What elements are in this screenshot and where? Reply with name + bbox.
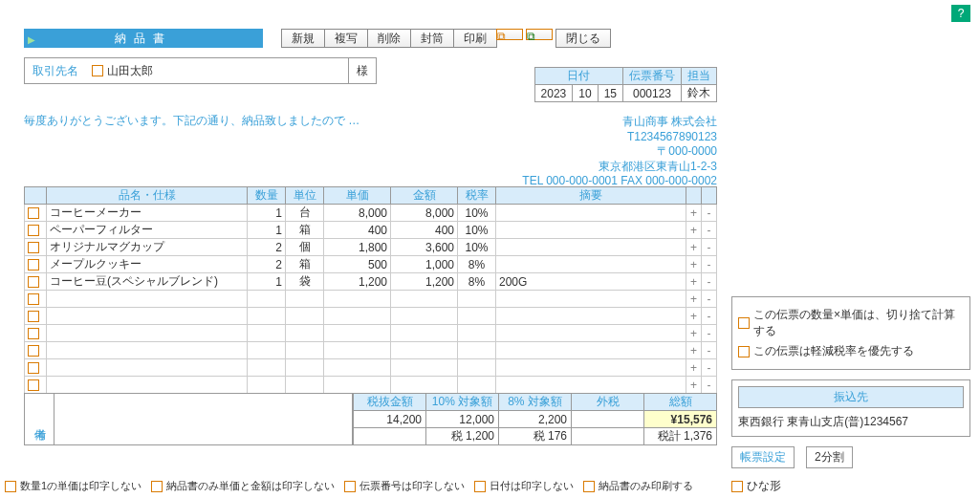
cell-name[interactable]: コーヒー豆(スペシャルブレンド) xyxy=(47,273,248,291)
row-add-button[interactable]: + xyxy=(686,291,702,308)
row-add-button[interactable]: + xyxy=(686,273,702,291)
table-row-empty[interactable]: +- xyxy=(25,359,717,377)
cell-name[interactable]: コーヒーメーカー xyxy=(47,205,248,222)
row-remove-button[interactable]: - xyxy=(702,239,717,256)
date-day[interactable]: 15 xyxy=(598,85,622,102)
cell-note[interactable] xyxy=(496,222,686,239)
form-settings-button[interactable]: 帳票設定 xyxy=(731,446,795,468)
print-button[interactable]: 印刷 xyxy=(453,29,497,48)
cell-note[interactable] xyxy=(496,239,686,256)
row-remove-button[interactable]: - xyxy=(702,291,717,308)
row-picker-icon[interactable] xyxy=(28,379,39,391)
slip-no[interactable]: 000123 xyxy=(623,85,682,102)
row-picker-icon[interactable] xyxy=(28,225,39,236)
row-add-button[interactable]: + xyxy=(686,222,702,239)
row-add-button[interactable]: + xyxy=(686,239,702,256)
row-picker-icon[interactable] xyxy=(28,207,39,219)
f2-check[interactable] xyxy=(151,481,163,492)
client-box[interactable]: 取引先名 山田太郎 xyxy=(24,57,349,84)
client-picker-icon[interactable] xyxy=(92,65,103,76)
row-picker-icon[interactable] xyxy=(28,276,39,288)
cell-price[interactable]: 8,000 xyxy=(324,205,391,222)
table-row-empty[interactable]: +- xyxy=(25,377,717,394)
row-add-button[interactable]: + xyxy=(686,342,702,359)
table-row[interactable]: コーヒー豆(スペシャルブレンド)1袋1,2001,2008%200G+- xyxy=(25,273,717,291)
table-row-empty[interactable]: +- xyxy=(25,325,717,342)
cell-name[interactable]: ペーパーフィルター xyxy=(47,222,248,239)
cell-tax[interactable]: 10% xyxy=(458,205,496,222)
row-remove-button[interactable]: - xyxy=(702,273,717,291)
cell-unit[interactable]: 箱 xyxy=(286,256,324,273)
new-button[interactable]: 新規 xyxy=(281,29,325,48)
table-row[interactable]: メープルクッキー2箱5001,0008%+- xyxy=(25,256,717,273)
cell-qty[interactable]: 1 xyxy=(248,222,286,239)
table-row-empty[interactable]: +- xyxy=(25,308,717,325)
cell-name[interactable]: オリジナルマグカップ xyxy=(47,239,248,256)
table-row-empty[interactable]: +- xyxy=(25,291,717,308)
row-remove-button[interactable]: - xyxy=(702,205,717,222)
cell-qty[interactable]: 2 xyxy=(248,239,286,256)
row-add-button[interactable]: + xyxy=(686,256,702,273)
row-picker-icon[interactable] xyxy=(28,293,39,305)
close-button[interactable]: 閉じる xyxy=(555,29,611,48)
cell-qty[interactable]: 1 xyxy=(248,205,286,222)
dup2-icon-button[interactable]: ⧉ xyxy=(526,29,553,40)
table-row-empty[interactable]: +- xyxy=(25,342,717,359)
row-remove-button[interactable]: - xyxy=(702,308,717,325)
cell-unit[interactable]: 台 xyxy=(286,205,324,222)
cell-qty[interactable]: 2 xyxy=(248,256,286,273)
date-month[interactable]: 10 xyxy=(573,85,598,102)
table-row[interactable]: ペーパーフィルター1箱40040010%+- xyxy=(25,222,717,239)
delete-button[interactable]: 削除 xyxy=(367,29,411,48)
row-add-button[interactable]: + xyxy=(686,377,702,394)
cell-unit[interactable]: 箱 xyxy=(286,222,324,239)
cell-price[interactable]: 1,800 xyxy=(324,239,391,256)
row-remove-button[interactable]: - xyxy=(702,359,717,377)
row-add-button[interactable]: + xyxy=(686,359,702,377)
cell-qty[interactable]: 1 xyxy=(248,273,286,291)
cell-price[interactable]: 400 xyxy=(324,222,391,239)
remarks-body[interactable] xyxy=(54,393,353,445)
cell-tax[interactable]: 8% xyxy=(458,273,496,291)
f4-check[interactable] xyxy=(474,481,486,492)
template-check[interactable] xyxy=(731,481,743,492)
cell-tax[interactable]: 8% xyxy=(458,256,496,273)
envelope-button[interactable]: 封筒 xyxy=(410,29,454,48)
row-add-button[interactable]: + xyxy=(686,205,702,222)
row-picker-icon[interactable] xyxy=(28,345,39,357)
row-picker-icon[interactable] xyxy=(28,242,39,253)
opt1-check[interactable] xyxy=(738,317,750,329)
opt2-check[interactable] xyxy=(738,346,750,357)
row-remove-button[interactable]: - xyxy=(702,222,717,239)
cell-price[interactable]: 500 xyxy=(324,256,391,273)
table-row[interactable]: オリジナルマグカップ2個1,8003,60010%+- xyxy=(25,239,717,256)
row-picker-icon[interactable] xyxy=(28,259,39,271)
row-picker-icon[interactable] xyxy=(28,328,39,339)
row-picker-icon[interactable] xyxy=(28,311,39,322)
row-add-button[interactable]: + xyxy=(686,325,702,342)
row-picker-icon[interactable] xyxy=(28,362,39,374)
row-remove-button[interactable]: - xyxy=(702,325,717,342)
cell-note[interactable] xyxy=(496,205,686,222)
cell-price[interactable]: 1,200 xyxy=(324,273,391,291)
row-remove-button[interactable]: - xyxy=(702,377,717,394)
f1-check[interactable] xyxy=(5,481,16,492)
row-remove-button[interactable]: - xyxy=(702,256,717,273)
copy-button[interactable]: 複写 xyxy=(324,29,368,48)
f5-check[interactable] xyxy=(583,481,595,492)
dup-icon-button[interactable]: ⧉ xyxy=(496,29,523,40)
staff-name[interactable]: 鈴木 xyxy=(682,85,717,102)
table-row[interactable]: コーヒーメーカー1台8,0008,00010%+- xyxy=(25,205,717,222)
split-select[interactable]: 2分割 xyxy=(806,446,853,468)
cell-unit[interactable]: 袋 xyxy=(286,273,324,291)
cell-tax[interactable]: 10% xyxy=(458,222,496,239)
cell-name[interactable]: メープルクッキー xyxy=(47,256,248,273)
cell-unit[interactable]: 個 xyxy=(286,239,324,256)
cell-tax[interactable]: 10% xyxy=(458,239,496,256)
row-remove-button[interactable]: - xyxy=(702,342,717,359)
cell-note[interactable] xyxy=(496,256,686,273)
f3-check[interactable] xyxy=(344,481,356,492)
cell-note[interactable]: 200G xyxy=(496,273,686,291)
date-year[interactable]: 2023 xyxy=(534,85,573,102)
row-add-button[interactable]: + xyxy=(686,308,702,325)
